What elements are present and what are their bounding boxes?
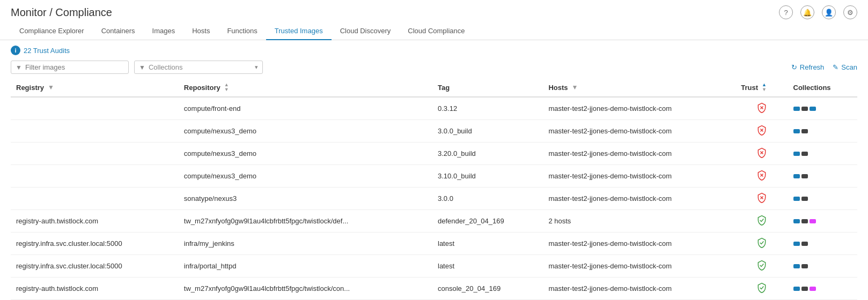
cell-tag: latest <box>432 255 543 278</box>
cell-trust <box>735 255 788 278</box>
cell-hosts: master-test2-jjones-demo-twistlock-com <box>543 278 735 300</box>
collections-filter-label: Collections <box>149 63 252 71</box>
cell-repository: compute/nexus3_demo <box>179 120 432 142</box>
cell-hosts: master-test2-jjones-demo-twistlock-com <box>543 165 735 188</box>
tab-images[interactable]: Images <box>144 22 184 40</box>
collections-filter-icon: ▼ <box>139 64 145 71</box>
trust-allowed-icon <box>756 215 767 226</box>
collection-dot <box>793 264 800 268</box>
trust-allowed-icon <box>756 260 767 271</box>
settings-icon[interactable]: ⚙ <box>843 5 857 19</box>
collections-dots <box>793 107 852 111</box>
col-header-trust: Trust ▲▼ <box>735 78 788 97</box>
cell-trust <box>735 165 788 188</box>
collections-dots <box>793 129 852 133</box>
table-row: compute/nexus3_demo3.0.0_buildmaster-tes… <box>11 120 857 142</box>
info-icon: i <box>11 46 20 55</box>
trusted-images-table: Registry ▼ Repository ▲▼ Tag Hosts <box>11 78 857 300</box>
cell-tag: 3.0.0 <box>432 188 543 210</box>
filter-funnel-icon: ▼ <box>16 64 22 71</box>
collections-dots <box>793 197 852 201</box>
cell-tag: defender_20_04_169 <box>432 210 543 232</box>
cell-registry: registry-auth.twistlock.com <box>11 210 179 232</box>
cell-trust <box>735 210 788 232</box>
audit-count-label: 22 Trust Audits <box>24 47 70 55</box>
cell-hosts: master-test2-jjones-demo-twistlock-com <box>543 120 735 142</box>
collection-dot <box>801 242 808 246</box>
trust-allowed-icon <box>756 282 767 293</box>
audit-count-badge: i 22 Trust Audits <box>11 46 70 55</box>
cell-tag: latest <box>432 232 543 255</box>
action-buttons: ↻ Refresh ✎ Scan <box>791 63 857 71</box>
table-row: sonatype/nexus33.0.0master-test2-jjones-… <box>11 188 857 210</box>
cell-collections <box>788 278 857 300</box>
hosts-filter-icon[interactable]: ▼ <box>572 84 578 91</box>
trust-allowed-icon <box>756 237 767 248</box>
cell-collections <box>788 232 857 255</box>
main-table-container: Registry ▼ Repository ▲▼ Tag Hosts <box>0 78 868 300</box>
col-header-repository: Repository ▲▼ <box>179 78 432 97</box>
cell-collections <box>788 165 857 188</box>
cell-tag: 3.10.0_build <box>432 165 543 188</box>
collections-filter-dropdown[interactable]: ▼ Collections ▾ <box>134 61 263 74</box>
collections-dots <box>793 152 852 156</box>
tab-compliance-explorer[interactable]: Compliance Explorer <box>11 22 93 40</box>
filter-images-input[interactable] <box>25 63 124 71</box>
tab-cloud-compliance[interactable]: Cloud Compliance <box>399 22 473 40</box>
collection-dot <box>793 174 800 178</box>
bell-icon[interactable]: 🔔 <box>800 5 814 19</box>
cell-registry: registry.infra.svc.cluster.local:5000 <box>11 255 179 278</box>
cell-tag: 0.3.12 <box>432 97 543 120</box>
chevron-down-icon: ▾ <box>255 64 258 71</box>
tab-trusted-images[interactable]: Trusted Images <box>266 22 332 40</box>
repository-sort-icon[interactable]: ▲▼ <box>224 82 229 92</box>
cell-trust <box>735 278 788 300</box>
col-header-hosts: Hosts ▼ <box>543 78 735 97</box>
refresh-icon: ↻ <box>791 63 797 71</box>
collection-dot <box>801 107 808 111</box>
cell-trust <box>735 120 788 142</box>
refresh-button[interactable]: ↻ Refresh <box>791 63 825 71</box>
cell-collections <box>788 142 857 165</box>
table-row: registry-auth.twistlock.comtw_m27xnfyofg… <box>11 278 857 300</box>
collection-dot <box>793 107 800 111</box>
top-icons: ? 🔔 👤 ⚙ <box>779 5 857 19</box>
cell-registry: registry.infra.svc.cluster.local:5000 <box>11 232 179 255</box>
tab-containers[interactable]: Containers <box>93 22 144 40</box>
table-row: registry.infra.svc.cluster.local:5000inf… <box>11 232 857 255</box>
collection-dot <box>801 152 808 156</box>
page-title: Monitor / Compliance <box>11 6 112 19</box>
cell-repository: infra/portal_httpd <box>179 255 432 278</box>
collection-dot <box>801 264 808 268</box>
table-row: compute/nexus3_demo3.20.0_buildmaster-te… <box>11 142 857 165</box>
tab-cloud-discovery[interactable]: Cloud Discovery <box>332 22 400 40</box>
filters-row: ▼ ▼ Collections ▾ ↻ Refresh ✎ Scan <box>0 58 868 78</box>
cell-registry: registry-auth.twistlock.com <box>11 278 179 300</box>
tab-hosts[interactable]: Hosts <box>183 22 218 40</box>
top-bar: Monitor / Compliance ? 🔔 👤 ⚙ <box>0 0 868 19</box>
help-icon[interactable]: ? <box>779 5 793 19</box>
trust-denied-icon <box>756 102 767 113</box>
collections-dots <box>793 264 852 268</box>
col-header-collections: Collections <box>788 78 857 97</box>
tab-functions[interactable]: Functions <box>218 22 266 40</box>
cell-trust <box>735 142 788 165</box>
trust-sort-icon[interactable]: ▲▼ <box>762 82 767 92</box>
cell-registry <box>11 142 179 165</box>
cell-hosts: master-test2-jjones-demo-twistlock-com <box>543 188 735 210</box>
scan-button[interactable]: ✎ Scan <box>833 63 857 71</box>
cell-trust <box>735 188 788 210</box>
cell-tag: console_20_04_169 <box>432 278 543 300</box>
user-icon[interactable]: 👤 <box>822 5 836 19</box>
cell-repository: tw_m27xnfyofg0gw9l1au4lcbfrbtt5fpgc/twis… <box>179 210 432 232</box>
nav-tabs: Compliance Explorer Containers Images Ho… <box>0 19 868 40</box>
registry-filter-icon[interactable]: ▼ <box>48 84 54 91</box>
collection-dot <box>801 197 808 201</box>
cell-collections <box>788 255 857 278</box>
cell-tag: 3.0.0_build <box>432 120 543 142</box>
cell-collections <box>788 188 857 210</box>
collection-dot <box>810 287 816 291</box>
col-header-tag: Tag <box>432 78 543 97</box>
cell-repository: tw_m27xnfyofg0gw9l1au4lcbfrbtt5fpgc/twis… <box>179 278 432 300</box>
cell-collections <box>788 210 857 232</box>
